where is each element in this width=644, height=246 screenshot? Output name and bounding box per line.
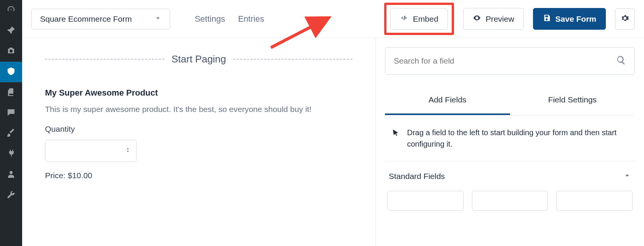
sidebar-item-pages[interactable] bbox=[0, 82, 22, 103]
field-card[interactable] bbox=[387, 191, 464, 211]
topbar: Square Ecommerce Form Settings Entries E… bbox=[22, 0, 644, 38]
chevron-up-icon bbox=[623, 171, 631, 181]
nav-entries[interactable]: Entries bbox=[238, 14, 264, 24]
form-selector[interactable]: Square Ecommerce Form bbox=[31, 9, 170, 29]
save-form-button[interactable]: Save Form bbox=[533, 8, 606, 30]
panel-hint: Drag a field to the left to start buildi… bbox=[385, 115, 635, 161]
sidebar-item-wpforms[interactable] bbox=[0, 62, 22, 82]
search-input[interactable] bbox=[394, 56, 612, 65]
save-icon bbox=[543, 14, 551, 24]
embed-label: Embed bbox=[413, 14, 438, 24]
nav-links: Settings Entries bbox=[195, 14, 264, 24]
wpforms-icon bbox=[6, 67, 16, 77]
tab-field-settings[interactable]: Field Settings bbox=[510, 86, 635, 115]
eye-icon bbox=[473, 14, 481, 24]
paging-divider[interactable]: Start Paging bbox=[45, 53, 353, 65]
field-grid bbox=[385, 191, 635, 211]
user-icon bbox=[6, 169, 16, 180]
sidebar-item-plugins[interactable] bbox=[0, 144, 22, 165]
quantity-stepper[interactable] bbox=[45, 140, 137, 162]
pages-icon bbox=[6, 87, 16, 98]
form-name-label: Square Ecommerce Form bbox=[40, 14, 132, 24]
cursor-icon bbox=[391, 127, 400, 150]
code-icon bbox=[400, 14, 408, 24]
sidebar-item-tools[interactable] bbox=[0, 185, 22, 206]
price-row: Price: $10.00 bbox=[45, 171, 353, 180]
dashboard-icon bbox=[6, 5, 16, 16]
price-value: $10.00 bbox=[68, 171, 92, 180]
tab-add-fields[interactable]: Add Fields bbox=[385, 86, 510, 115]
sidebar-item-dashboard[interactable] bbox=[0, 0, 22, 21]
product-title: My Super Awesome Product bbox=[45, 88, 353, 98]
gear-icon bbox=[621, 14, 629, 24]
field-card[interactable] bbox=[472, 191, 548, 211]
section-label: Standard Fields bbox=[389, 172, 445, 181]
hint-text: Drag a field to the left to start buildi… bbox=[407, 127, 629, 150]
product-description: This is my super awesome product. It's t… bbox=[45, 103, 343, 115]
camera-icon bbox=[6, 46, 16, 57]
sidebar-item-comments[interactable] bbox=[0, 103, 22, 123]
form-canvas: Start Paging My Super Awesome Product Th… bbox=[22, 38, 375, 246]
sidebar-item-users[interactable] bbox=[0, 165, 22, 185]
wrench-icon bbox=[6, 190, 16, 201]
embed-button[interactable]: Embed bbox=[390, 8, 448, 30]
preview-label: Preview bbox=[486, 14, 514, 24]
field-search[interactable] bbox=[385, 47, 635, 75]
pin-icon bbox=[6, 26, 16, 36]
price-prefix: Price: bbox=[45, 171, 68, 180]
sidebar-item-media[interactable] bbox=[0, 41, 22, 62]
brush-icon bbox=[6, 128, 16, 139]
save-label: Save Form bbox=[555, 14, 596, 24]
paging-label: Start Paging bbox=[171, 53, 226, 65]
panel-tabs: Add Fields Field Settings bbox=[385, 86, 635, 115]
product-field[interactable]: My Super Awesome Product This is my supe… bbox=[45, 88, 353, 180]
nav-settings[interactable]: Settings bbox=[195, 14, 225, 24]
comment-icon bbox=[6, 108, 16, 118]
sidebar-item-appearance[interactable] bbox=[0, 123, 22, 144]
preview-button[interactable]: Preview bbox=[463, 8, 524, 30]
field-card[interactable] bbox=[556, 191, 633, 211]
settings-gear-button[interactable] bbox=[615, 8, 635, 30]
chevron-down-icon bbox=[155, 14, 161, 24]
section-standard-fields[interactable]: Standard Fields bbox=[385, 161, 635, 191]
quantity-label: Quantity bbox=[45, 125, 353, 134]
search-icon bbox=[616, 55, 626, 67]
stepper-arrows-icon bbox=[125, 147, 131, 155]
embed-highlight: Embed bbox=[384, 3, 454, 35]
sidebar-item-posts[interactable] bbox=[0, 21, 22, 41]
plug-icon bbox=[6, 149, 16, 160]
field-panel: Add Fields Field Settings Drag a field t… bbox=[375, 38, 644, 246]
